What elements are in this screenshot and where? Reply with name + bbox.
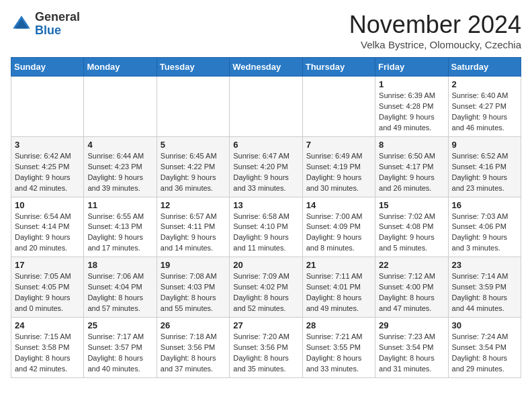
calendar-cell: 26Sunrise: 7:18 AM Sunset: 3:56 PM Dayli… [157,318,229,378]
day-number: 29 [379,320,444,330]
page-header: General Blue November 2024 Velka Bystric… [11,11,521,50]
calendar-cell: 6Sunrise: 6:47 AM Sunset: 4:20 PM Daylig… [230,136,302,197]
calendar-cell: 25Sunrise: 7:17 AM Sunset: 3:57 PM Dayli… [84,318,157,378]
title-block: November 2024 Velka Bystrice, Olomoucky,… [349,11,521,50]
day-info: Sunrise: 7:05 AM Sunset: 4:05 PM Dayligh… [15,271,80,314]
calendar-cell: 5Sunrise: 6:45 AM Sunset: 4:22 PM Daylig… [157,136,229,197]
day-info: Sunrise: 7:17 AM Sunset: 3:57 PM Dayligh… [87,332,152,375]
calendar-cell: 20Sunrise: 7:09 AM Sunset: 4:02 PM Dayli… [230,257,302,318]
day-info: Sunrise: 7:15 AM Sunset: 3:58 PM Dayligh… [15,332,80,375]
calendar-cell: 27Sunrise: 7:20 AM Sunset: 3:56 PM Dayli… [230,318,302,378]
day-info: Sunrise: 7:12 AM Sunset: 4:00 PM Dayligh… [379,271,444,314]
day-number: 2 [452,79,517,89]
day-info: Sunrise: 7:18 AM Sunset: 3:56 PM Dayligh… [161,332,226,375]
day-number: 17 [15,260,80,270]
calendar-cell: 29Sunrise: 7:23 AM Sunset: 3:54 PM Dayli… [375,318,448,378]
day-info: Sunrise: 6:58 AM Sunset: 4:10 PM Dayligh… [233,212,298,255]
day-number: 5 [161,140,226,150]
day-number: 3 [15,140,80,150]
day-number: 26 [161,320,226,330]
day-number: 28 [306,320,371,330]
day-number: 25 [87,320,152,330]
day-info: Sunrise: 6:39 AM Sunset: 4:28 PM Dayligh… [379,91,444,134]
day-number: 18 [87,260,152,270]
calendar-cell: 8Sunrise: 6:50 AM Sunset: 4:17 PM Daylig… [375,136,448,197]
day-info: Sunrise: 7:20 AM Sunset: 3:56 PM Dayligh… [233,332,298,375]
header-friday: Friday [375,58,448,77]
calendar-cell: 4Sunrise: 6:44 AM Sunset: 4:23 PM Daylig… [84,136,157,197]
calendar-week-row: 10Sunrise: 6:54 AM Sunset: 4:14 PM Dayli… [11,197,521,257]
header-tuesday: Tuesday [157,58,229,77]
day-number: 10 [15,200,80,210]
day-number: 7 [306,140,371,150]
day-number: 16 [452,200,517,210]
day-info: Sunrise: 7:23 AM Sunset: 3:54 PM Dayligh… [379,332,444,375]
day-info: Sunrise: 6:52 AM Sunset: 4:16 PM Dayligh… [452,151,517,194]
day-info: Sunrise: 7:11 AM Sunset: 4:01 PM Dayligh… [306,271,371,314]
day-number: 30 [452,320,517,330]
calendar-table: SundayMondayTuesdayWednesdayThursdayFrid… [11,57,521,378]
calendar-cell: 18Sunrise: 7:06 AM Sunset: 4:04 PM Dayli… [84,257,157,318]
day-info: Sunrise: 7:24 AM Sunset: 3:54 PM Dayligh… [452,332,517,375]
day-number: 24 [15,320,80,330]
header-wednesday: Wednesday [230,58,302,77]
calendar-cell: 19Sunrise: 7:08 AM Sunset: 4:03 PM Dayli… [157,257,229,318]
calendar-cell: 17Sunrise: 7:05 AM Sunset: 4:05 PM Dayli… [11,257,84,318]
calendar-cell: 13Sunrise: 6:58 AM Sunset: 4:10 PM Dayli… [230,197,302,257]
calendar-header-row: SundayMondayTuesdayWednesdayThursdayFrid… [11,58,521,77]
day-number: 22 [379,260,444,270]
day-info: Sunrise: 6:49 AM Sunset: 4:19 PM Dayligh… [306,151,371,194]
day-info: Sunrise: 7:08 AM Sunset: 4:03 PM Dayligh… [161,271,226,314]
day-number: 21 [306,260,371,270]
day-number: 15 [379,200,444,210]
day-number: 23 [452,260,517,270]
day-info: Sunrise: 6:57 AM Sunset: 4:11 PM Dayligh… [161,212,226,255]
day-number: 6 [233,140,298,150]
logo-icon [11,13,32,35]
calendar-cell [84,77,157,137]
calendar-cell: 28Sunrise: 7:21 AM Sunset: 3:55 PM Dayli… [302,318,375,378]
calendar-week-row: 3Sunrise: 6:42 AM Sunset: 4:25 PM Daylig… [11,136,521,197]
day-info: Sunrise: 7:14 AM Sunset: 3:59 PM Dayligh… [452,271,517,314]
calendar-cell: 21Sunrise: 7:11 AM Sunset: 4:01 PM Dayli… [302,257,375,318]
calendar-cell: 9Sunrise: 6:52 AM Sunset: 4:16 PM Daylig… [448,136,521,197]
day-number: 12 [161,200,226,210]
day-number: 11 [87,200,152,210]
calendar-cell: 7Sunrise: 6:49 AM Sunset: 4:19 PM Daylig… [302,136,375,197]
month-title: November 2024 [349,11,521,39]
day-number: 14 [306,200,371,210]
calendar-week-row: 24Sunrise: 7:15 AM Sunset: 3:58 PM Dayli… [11,318,521,378]
header-sunday: Sunday [11,58,84,77]
day-number: 1 [379,79,444,89]
calendar-week-row: 17Sunrise: 7:05 AM Sunset: 4:05 PM Dayli… [11,257,521,318]
day-info: Sunrise: 6:54 AM Sunset: 4:14 PM Dayligh… [15,212,80,255]
header-thursday: Thursday [302,58,375,77]
day-info: Sunrise: 7:03 AM Sunset: 4:06 PM Dayligh… [452,212,517,255]
day-number: 13 [233,200,298,210]
day-number: 19 [161,260,226,270]
calendar-cell: 11Sunrise: 6:55 AM Sunset: 4:13 PM Dayli… [84,197,157,257]
day-info: Sunrise: 6:45 AM Sunset: 4:22 PM Dayligh… [161,151,226,194]
day-number: 8 [379,140,444,150]
location-subtitle: Velka Bystrice, Olomoucky, Czechia [349,39,521,50]
calendar-week-row: 1Sunrise: 6:39 AM Sunset: 4:28 PM Daylig… [11,77,521,137]
calendar-cell: 14Sunrise: 7:00 AM Sunset: 4:09 PM Dayli… [302,197,375,257]
day-info: Sunrise: 6:44 AM Sunset: 4:23 PM Dayligh… [87,151,152,194]
calendar-cell: 12Sunrise: 6:57 AM Sunset: 4:11 PM Dayli… [157,197,229,257]
calendar-cell [11,77,84,137]
calendar-cell: 22Sunrise: 7:12 AM Sunset: 4:00 PM Dayli… [375,257,448,318]
calendar-cell [157,77,229,137]
calendar-cell: 2Sunrise: 6:40 AM Sunset: 4:27 PM Daylig… [448,77,521,137]
calendar-cell: 1Sunrise: 6:39 AM Sunset: 4:28 PM Daylig… [375,77,448,137]
calendar-cell [302,77,375,137]
day-info: Sunrise: 6:50 AM Sunset: 4:17 PM Dayligh… [379,151,444,194]
day-info: Sunrise: 7:09 AM Sunset: 4:02 PM Dayligh… [233,271,298,314]
day-number: 20 [233,260,298,270]
day-info: Sunrise: 7:21 AM Sunset: 3:55 PM Dayligh… [306,332,371,375]
day-info: Sunrise: 6:42 AM Sunset: 4:25 PM Dayligh… [15,151,80,194]
calendar-cell: 24Sunrise: 7:15 AM Sunset: 3:58 PM Dayli… [11,318,84,378]
day-info: Sunrise: 7:02 AM Sunset: 4:08 PM Dayligh… [379,212,444,255]
logo: General Blue [11,11,80,38]
calendar-cell: 10Sunrise: 6:54 AM Sunset: 4:14 PM Dayli… [11,197,84,257]
day-number: 27 [233,320,298,330]
